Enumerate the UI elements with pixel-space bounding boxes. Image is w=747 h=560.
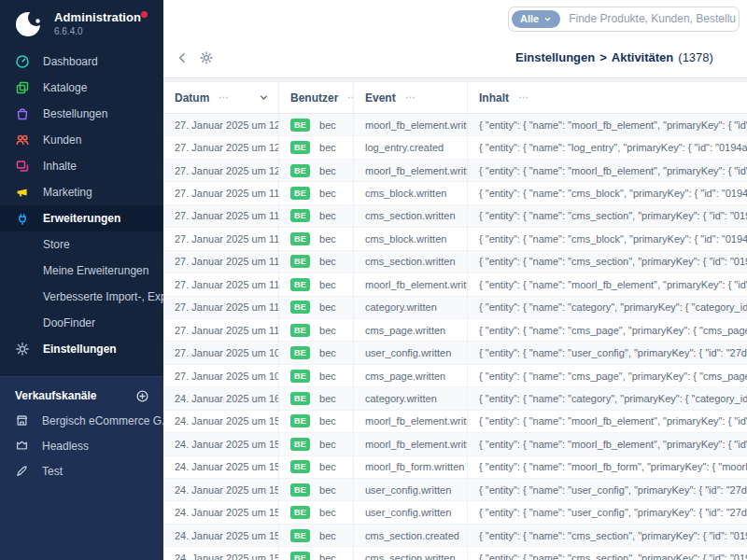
table-row: 27. Januar 2025 um 11:56 BE bec cms_bloc…	[163, 182, 747, 204]
sidebar-subitem[interactable]: Meine Erweiterungen	[0, 258, 163, 284]
column-menu-icon[interactable]	[218, 91, 230, 104]
activity-date: 27. Januar 2025 um 12:00	[163, 160, 278, 181]
headless-icon	[15, 439, 29, 453]
column-header-datum[interactable]: Datum	[163, 82, 278, 113]
customers-icon	[15, 133, 30, 147]
dashboard-icon	[15, 54, 30, 69]
sales-channels-section: Verkaufskanäle Bergisch eCommerce G... H…	[0, 376, 163, 560]
table-row: 27. Januar 2025 um 12:02 BE bec log_entr…	[163, 136, 747, 159]
table-row: 24. Januar 2025 um 15:43 BE bec moorl_fb…	[163, 433, 747, 455]
activity-event: category.written	[353, 387, 467, 409]
sidebar-item[interactable]: Kataloge	[0, 75, 163, 101]
column-header-inhalt[interactable]: Inhalt	[467, 82, 747, 113]
app-header[interactable]: Administration 6.6.4.0	[0, 0, 163, 46]
user-cell: BE bec	[278, 228, 353, 249]
column-header-event[interactable]: Event	[353, 82, 467, 113]
user-name: bec	[319, 553, 336, 560]
user-badge: BE	[290, 483, 310, 497]
page-title: Aktivitäten	[612, 50, 673, 64]
activity-content: { "entity": { "name": "cms_block", "prim…	[467, 182, 747, 203]
activity-content: { "entity": { "name": "moorl_fb_form", "…	[467, 456, 747, 478]
sidebar-item-label: Marketing	[43, 186, 92, 199]
table-row: 27. Januar 2025 um 11:56 BE bec cms_sect…	[163, 251, 747, 273]
activity-date: 24. Januar 2025 um 16:00	[163, 387, 278, 409]
activity-content: { "entity": { "name": "moorl_fb_element"…	[467, 273, 747, 295]
add-sales-channel-button[interactable]	[135, 389, 149, 403]
user-name: bec	[319, 415, 336, 427]
sales-channel-label: Bergisch eCommerce G...	[42, 414, 171, 427]
activity-event: moorl_fb_form.written	[353, 456, 467, 478]
shopware-logo-icon	[15, 10, 43, 38]
sales-channel-label: Headless	[42, 440, 89, 453]
sidebar-subitem-label: DooFinder	[43, 316, 95, 329]
topbar: Alle	[163, 0, 747, 37]
user-name: bec	[319, 210, 336, 221]
activity-event: cms_section.created	[353, 525, 467, 546]
activity-count: (1378)	[678, 50, 713, 64]
activity-date: 24. Januar 2025 um 15:43	[163, 433, 278, 455]
activity-date: 27. Januar 2025 um 12:03	[163, 114, 278, 135]
sidebar-subitem[interactable]: Verbesserte Import-, Export...	[0, 284, 163, 310]
table-row: 27. Januar 2025 um 11:16 BE bec moorl_fb…	[163, 273, 747, 296]
sidebar-item-label: Kunden	[43, 133, 81, 147]
back-button[interactable]	[175, 50, 190, 65]
user-name: bec	[319, 530, 336, 541]
user-badge: BE	[290, 278, 310, 291]
sidebar-item-einstellungen[interactable]: Einstellungen	[0, 336, 163, 362]
table-row: 27. Januar 2025 um 12:00 BE bec moorl_fb…	[163, 160, 747, 182]
sales-channel-item[interactable]: Test	[0, 458, 163, 483]
activity-event: cms_section.written	[353, 251, 467, 273]
user-name: bec	[319, 119, 336, 131]
activity-event: cms_block.written	[353, 228, 467, 249]
user-cell: BE bec	[278, 456, 353, 478]
activity-content: { "entity": { "name": "moorl_fb_element"…	[467, 411, 747, 432]
activity-event: moorl_fb_element.written	[353, 160, 467, 181]
user-cell: BE bec	[278, 387, 353, 409]
column-header-benutzer[interactable]: Benutzer	[278, 82, 353, 113]
column-menu-icon[interactable]	[346, 91, 353, 104]
activity-date: 27. Januar 2025 um 11:56	[163, 182, 278, 203]
activity-date: 27. Januar 2025 um 11:56	[163, 205, 278, 227]
user-name: bec	[319, 142, 336, 153]
sidebar-item[interactable]: Dashboard	[0, 49, 163, 75]
table-header: Datum Benutzer Event Inhalt	[163, 82, 747, 114]
column-menu-icon[interactable]	[404, 91, 416, 104]
search-scope-dropdown[interactable]: Alle	[512, 10, 560, 28]
user-badge: BE	[290, 370, 310, 383]
table-row: 27. Januar 2025 um 11:56 BE bec cms_sect…	[163, 205, 747, 228]
activity-date: 27. Januar 2025 um 10:36	[163, 342, 278, 363]
user-name: bec	[319, 279, 336, 290]
sidebar-item[interactable]: Bestellungen	[0, 101, 163, 127]
activity-event: moorl_fb_element.written	[353, 273, 467, 295]
content-icon	[15, 159, 30, 174]
sidebar-subitem-label: Meine Erweiterungen	[43, 264, 148, 277]
sidebar-item[interactable]: Kunden	[0, 127, 163, 153]
search-input[interactable]	[560, 12, 736, 25]
activity-date: 27. Januar 2025 um 11:16	[163, 273, 278, 295]
user-name: bec	[319, 484, 336, 496]
sidebar-item[interactable]: Erweiterungen	[0, 205, 163, 231]
breadcrumb-parent[interactable]: Einstellungen	[515, 50, 595, 64]
extensions-icon	[15, 211, 30, 226]
user-badge: BE	[290, 209, 310, 222]
user-cell: BE bec	[278, 251, 353, 273]
sidebar-subitem[interactable]: DooFinder	[0, 310, 163, 336]
sidebar-item[interactable]: Marketing	[0, 179, 163, 205]
activity-event: moorl_fb_element.written	[353, 433, 467, 455]
sort-desc-icon[interactable]	[259, 92, 269, 103]
user-name: bec	[319, 256, 336, 267]
user-cell: BE bec	[278, 205, 353, 227]
sales-channel-item[interactable]: Headless	[0, 433, 163, 458]
activity-content: { "entity": { "name": "cms_section", "pr…	[467, 547, 747, 560]
activity-content: { "entity": { "name": "user_config", "pr…	[467, 479, 747, 500]
gear-icon	[15, 342, 30, 357]
sidebar-subitem[interactable]: Store	[0, 231, 163, 258]
settings-gear-button[interactable]	[199, 50, 214, 65]
app-title: Administration	[54, 10, 141, 24]
user-badge: BE	[290, 414, 310, 427]
sidebar-item[interactable]: Inhalte	[0, 153, 163, 179]
sales-channel-item[interactable]: Bergisch eCommerce G...	[0, 408, 163, 433]
sales-channels-title: Verkaufskanäle	[15, 389, 96, 402]
user-cell: BE bec	[278, 525, 353, 546]
column-menu-icon[interactable]	[517, 91, 529, 104]
